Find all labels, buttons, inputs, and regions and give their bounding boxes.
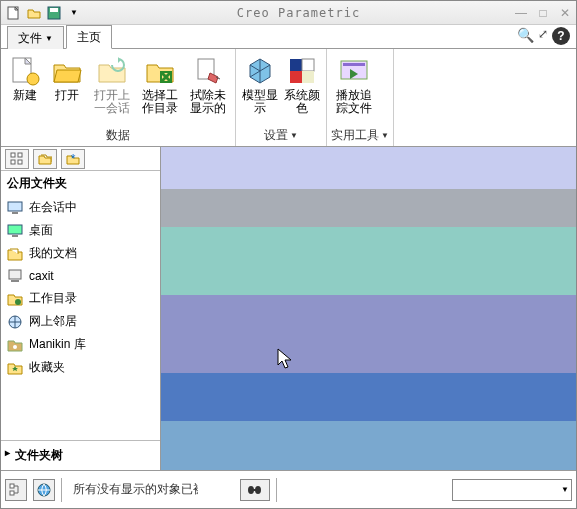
tree-toggle-icon[interactable]: [5, 479, 27, 501]
search-icon[interactable]: 🔍: [517, 27, 534, 45]
main-area: * 公用文件夹 在会话中桌面我的文档caxit工作目录网上邻居Manikin 库…: [1, 147, 576, 470]
folder-item-label: 在会话中: [29, 199, 77, 216]
tab-file[interactable]: 文件▼: [7, 26, 64, 49]
folder-item-label: 工作目录: [29, 290, 77, 307]
folder-item-network[interactable]: 网上邻居: [1, 310, 160, 333]
svg-rect-23: [11, 280, 19, 282]
qat-new-icon[interactable]: [5, 4, 23, 22]
folder-item-fav[interactable]: 收藏夹: [1, 356, 160, 379]
svg-rect-32: [253, 489, 257, 491]
group-settings-label: 设置: [264, 127, 288, 144]
expand-icon[interactable]: ⤢: [538, 27, 548, 45]
svg-rect-18: [8, 202, 22, 211]
svg-rect-21: [12, 235, 18, 237]
folders-icon[interactable]: [33, 149, 57, 169]
selection-filter-combo[interactable]: ▼: [452, 479, 572, 501]
help-icon[interactable]: ?: [552, 27, 570, 45]
folder-item-label: 我的文档: [29, 245, 77, 262]
app-title: Creo Parametric: [83, 6, 514, 20]
system-colors-icon: [286, 55, 318, 87]
svg-rect-19: [12, 212, 18, 214]
ribbon: 新建 打开 打开上一会话 选择工作目录 拭除未显示的 数据: [1, 49, 576, 147]
tree-view-icon[interactable]: [5, 149, 29, 169]
qat-dropdown-icon[interactable]: ▼: [65, 4, 83, 22]
network-icon: [7, 314, 23, 330]
folder-item-computer[interactable]: caxit: [1, 265, 160, 287]
tab-home[interactable]: 主页: [66, 25, 112, 49]
model-display-button[interactable]: 模型显示: [240, 51, 280, 126]
ribbon-group-data: 新建 打开 打开上一会话 选择工作目录 拭除未显示的 数据: [1, 49, 236, 146]
tab-home-label: 主页: [77, 30, 101, 44]
folder-panel-toolbar: *: [1, 147, 160, 171]
open-last-session-button[interactable]: 打开上一会话: [89, 51, 135, 126]
svg-rect-7: [290, 59, 302, 71]
chevron-down-icon[interactable]: ▼: [381, 131, 389, 140]
status-bar: 所有没有显示的对象已被刷 ▼: [1, 470, 576, 508]
desktop-icon: [7, 223, 23, 239]
folder-item-mydocs[interactable]: 我的文档: [1, 242, 160, 265]
svg-rect-27: [10, 484, 14, 488]
tab-file-label: 文件: [18, 31, 42, 45]
minimize-icon[interactable]: —: [514, 6, 528, 20]
play-trail-button[interactable]: 播放追踪文件: [331, 51, 377, 126]
folder-item-label: 网上邻居: [29, 313, 77, 330]
ribbon-tabs: 文件▼ 主页 🔍 ⤢ ?: [1, 25, 576, 49]
ribbon-group-settings: 模型显示 系统颜色 设置▼: [236, 49, 327, 146]
erase-undisplayed-button[interactable]: 拭除未显示的: [185, 51, 231, 126]
svg-rect-16: [18, 160, 22, 164]
chevron-down-icon: ▼: [45, 34, 53, 43]
chevron-down-icon: ▼: [561, 485, 569, 494]
qat-save-icon[interactable]: [45, 4, 63, 22]
system-colors-label: 系统颜色: [282, 89, 322, 117]
erase-undisplayed-label: 拭除未显示的: [185, 89, 231, 117]
svg-rect-8: [302, 59, 314, 71]
folder-item-monitor[interactable]: 在会话中: [1, 196, 160, 219]
svg-rect-22: [9, 270, 21, 279]
ribbon-group-utils: 播放追踪文件 实用工具▼: [327, 49, 394, 146]
play-trail-icon: [338, 55, 370, 87]
chevron-down-icon[interactable]: ▼: [290, 131, 298, 140]
folder-item-workdir[interactable]: 工作目录: [1, 287, 160, 310]
svg-rect-10: [302, 71, 314, 83]
new-button[interactable]: 新建: [5, 51, 45, 126]
svg-point-24: [15, 299, 21, 305]
system-colors-button[interactable]: 系统颜色: [282, 51, 322, 126]
status-message: 所有没有显示的对象已被刷: [68, 481, 198, 498]
find-icon[interactable]: [240, 479, 270, 501]
svg-rect-2: [50, 8, 58, 12]
new-icon: [9, 55, 41, 87]
open-last-session-label: 打开上一会话: [89, 89, 135, 117]
close-icon[interactable]: ✕: [558, 6, 572, 20]
svg-rect-20: [8, 225, 22, 234]
open-label: 打开: [55, 89, 79, 117]
maximize-icon[interactable]: □: [536, 6, 550, 20]
svg-rect-12: [343, 63, 365, 66]
erase-undisplayed-icon: [192, 55, 224, 87]
open-last-session-icon: [96, 55, 128, 87]
folder-item-label: caxit: [29, 269, 54, 283]
open-button[interactable]: 打开: [47, 51, 87, 126]
folder-panel: * 公用文件夹 在会话中桌面我的文档caxit工作目录网上邻居Manikin 库…: [1, 147, 161, 470]
svg-point-26: [13, 345, 17, 349]
select-wd-icon: [144, 55, 176, 87]
folder-tree-header[interactable]: 文件夹树: [1, 440, 160, 470]
common-folders-header: 公用文件夹: [1, 171, 160, 196]
folder-item-label: 收藏夹: [29, 359, 65, 376]
browser-icon[interactable]: [33, 479, 55, 501]
window-controls: — □ ✕: [514, 6, 572, 20]
graphics-viewport[interactable]: [161, 147, 576, 470]
folder-item-manikin[interactable]: Manikin 库: [1, 333, 160, 356]
folder-item-desktop[interactable]: 桌面: [1, 219, 160, 242]
svg-rect-14: [11, 160, 15, 164]
favorites-tab-icon[interactable]: *: [61, 149, 85, 169]
fav-icon: [7, 360, 23, 376]
svg-rect-28: [10, 491, 14, 495]
select-wd-button[interactable]: 选择工作目录: [137, 51, 183, 126]
model-display-label: 模型显示: [240, 89, 280, 117]
group-utils-label: 实用工具: [331, 127, 379, 144]
manikin-icon: [7, 337, 23, 353]
qat-open-icon[interactable]: [25, 4, 43, 22]
model-display-icon: [244, 55, 276, 87]
folder-tree-label: 文件夹树: [15, 448, 63, 462]
play-trail-label: 播放追踪文件: [331, 89, 377, 117]
